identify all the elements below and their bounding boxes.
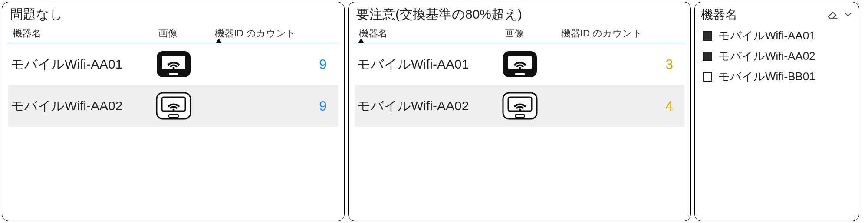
table-row[interactable]: モバイルWifi-AA01 9 [8,43,338,85]
cell-device-image [156,92,212,120]
panel-title: 要注意(交換基準の80%超え) [349,5,690,23]
legend-label: モバイルWifi-AA01 [718,28,815,43]
clear-filter-icon[interactable] [827,9,839,21]
col-header-image[interactable]: 画像 [156,25,212,43]
cell-device-name: モバイルWifi-AA02 [355,97,502,115]
legend-item[interactable]: モバイルWifi-AA01 [703,26,851,46]
panel-title: 問題なし [2,5,344,23]
table-body: モバイルWifi-AA01 3 モバイルWifi-AA02 [355,43,684,127]
wifi-device-icon [156,92,191,120]
chevron-down-icon[interactable] [843,10,853,20]
cell-device-image [156,50,212,78]
wifi-device-icon [156,50,191,78]
legend-title: 機器名 [701,7,737,23]
wifi-device-icon [502,50,538,78]
col-header-count-label: 機器ID のカウント [215,28,296,39]
wifi-device-icon [502,92,538,120]
legend-label: モバイルWifi-AA02 [718,49,815,64]
svg-rect-2 [169,73,178,75]
table-row[interactable]: モバイルWifi-AA02 4 [355,85,684,127]
col-header-name[interactable]: 機器名 [8,25,156,43]
panel-warn: 要注意(交換基準の80%超え) 機器名 画像 機器ID のカウント モバイルWi… [348,2,691,221]
svg-rect-14 [515,115,525,117]
table-header: 機器名 画像 機器ID のカウント [8,23,338,43]
cell-device-name: モバイルWifi-AA02 [8,97,156,115]
legend-item[interactable]: モバイルWifi-BB01 [703,66,851,87]
cell-device-image [502,50,559,78]
svg-rect-10 [515,73,525,75]
sort-asc-icon [358,39,364,43]
legend-header: 機器名 [695,5,859,26]
cell-count: 3 [559,56,684,72]
table-row[interactable]: モバイルWifi-AA02 9 [8,85,338,127]
svg-rect-6 [169,115,178,117]
col-header-name[interactable]: 機器名 [355,25,502,43]
cell-device-name: モバイルWifi-AA01 [355,56,502,73]
legend-panel: 機器名 モバイルWifi-AA01 モバイルWifi-AA02 モバイルWifi… [694,2,859,221]
legend-swatch-icon [703,52,712,61]
svg-point-15 [519,109,521,111]
table-row[interactable]: モバイルWifi-AA01 3 [355,43,684,85]
cell-device-name: モバイルWifi-AA01 [8,56,156,73]
legend-label: モバイルWifi-BB01 [718,69,815,84]
col-header-name-label: 機器名 [359,28,388,39]
legend-item[interactable]: モバイルWifi-AA02 [703,46,851,66]
dashboard-root: 問題なし 機器名 画像 機器ID のカウント モバイルWifi-AA01 [0,0,868,223]
cell-count: 9 [212,56,338,72]
cell-count: 9 [212,98,338,114]
col-header-count[interactable]: 機器ID のカウント [559,25,684,43]
legend-list: モバイルWifi-AA01 モバイルWifi-AA02 モバイルWifi-BB0… [695,26,859,87]
col-header-image[interactable]: 画像 [502,25,559,43]
svg-point-3 [173,67,175,69]
svg-point-7 [173,109,175,111]
cell-device-image [502,92,559,120]
table-header: 機器名 画像 機器ID のカウント [355,23,684,43]
svg-point-11 [519,67,521,69]
cell-count: 4 [559,98,684,114]
sort-asc-icon [216,39,222,43]
legend-swatch-icon [703,31,712,41]
table-body: モバイルWifi-AA01 9 モバイルWifi-AA02 [8,43,338,127]
col-header-count[interactable]: 機器ID のカウント [212,25,338,43]
legend-swatch-icon [703,72,712,82]
panel-ok: 問題なし 機器名 画像 機器ID のカウント モバイルWifi-AA01 [2,2,345,221]
